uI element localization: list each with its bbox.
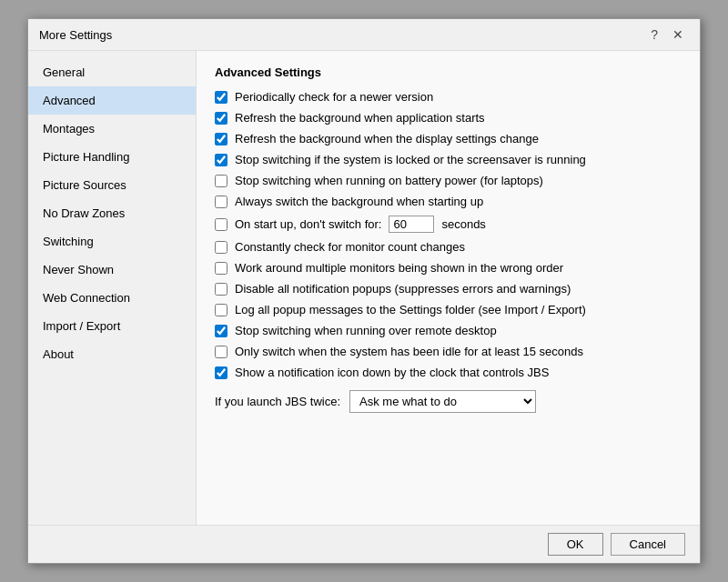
launch-row: If you launch JBS twice: Ask me what to … (215, 390, 682, 413)
checkbox-row-9: Work around multiple monitors being show… (215, 261, 682, 275)
checkbox-wrong-order-label[interactable]: Work around multiple monitors being show… (235, 261, 563, 275)
sidebar-item-advanced[interactable]: Advanced (28, 86, 196, 115)
checkbox-wrong-order[interactable] (215, 262, 228, 275)
sidebar-item-no-draw-zones[interactable]: No Draw Zones (28, 199, 196, 227)
checkbox-row-5: Stop switching when running on battery p… (215, 174, 682, 187)
checkbox-row-13: Only switch when the system has been idl… (215, 345, 682, 358)
checkbox-row-11: Log all popup messages to the Settings f… (215, 303, 682, 316)
checkbox-stop-locked-label[interactable]: Stop switching if the system is locked o… (235, 153, 586, 166)
sidebar-item-import-export[interactable]: Import / Export (28, 312, 196, 340)
sidebar-item-about[interactable]: About (28, 340, 196, 368)
checkbox-row-10: Disable all notification popups (suppres… (215, 282, 682, 296)
checkbox-row-4: Stop switching if the system is locked o… (215, 153, 682, 166)
sidebar-item-picture-sources[interactable]: Picture Sources (28, 171, 196, 199)
checkbox-row-6: Always switch the background when starti… (215, 195, 682, 208)
footer: OK Cancel (28, 525, 700, 563)
checkbox-always-switch-label[interactable]: Always switch the background when starti… (235, 195, 483, 208)
checkbox-battery[interactable] (215, 175, 228, 187)
checkbox-row-14: Show a notification icon down by the clo… (215, 366, 682, 379)
title-bar-controls: ? ✕ (645, 26, 689, 43)
section-title: Advanced Settings (215, 65, 682, 79)
cancel-button[interactable]: Cancel (611, 533, 685, 556)
checkbox-refresh-start-label[interactable]: Refresh the background when application … (235, 111, 485, 125)
checkbox-newer-version[interactable] (215, 91, 228, 104)
close-button[interactable]: ✕ (667, 26, 689, 43)
checkbox-row-12: Stop switching when running over remote … (215, 324, 682, 337)
main-panel: Advanced Settings Periodically check for… (197, 51, 700, 525)
checkbox-battery-label[interactable]: Stop switching when running on battery p… (235, 174, 543, 187)
sidebar: General Advanced Montages Picture Handli… (28, 51, 197, 525)
ok-button[interactable]: OK (548, 533, 603, 556)
checkbox-refresh-display[interactable] (215, 133, 228, 146)
checkbox-idle-label[interactable]: Only switch when the system has been idl… (235, 345, 583, 358)
sidebar-item-never-shown[interactable]: Never Shown (28, 256, 196, 284)
checkbox-startup-delay-label[interactable]: On start up, don't switch for: (235, 217, 381, 231)
dialog-content: General Advanced Montages Picture Handli… (28, 51, 700, 525)
checkbox-refresh-start[interactable] (215, 112, 228, 125)
checkbox-notification-icon-label[interactable]: Show a notification icon down by the clo… (235, 366, 549, 379)
seconds-input[interactable] (389, 216, 434, 233)
checkbox-remote-desktop[interactable] (215, 325, 228, 337)
checkbox-log-popups-label[interactable]: Log all popup messages to the Settings f… (235, 303, 586, 316)
checkbox-row-1: Periodically check for a newer version (215, 90, 682, 104)
checkbox-row-3: Refresh the background when the display … (215, 132, 682, 146)
sidebar-item-picture-handling[interactable]: Picture Handling (28, 143, 196, 171)
title-bar: More Settings ? ✕ (28, 19, 700, 51)
sidebar-item-montages[interactable]: Montages (28, 115, 196, 143)
checkbox-stop-locked[interactable] (215, 154, 228, 166)
checkbox-monitor-count-label[interactable]: Constantly check for monitor count chang… (235, 240, 465, 254)
launch-label: If you launch JBS twice: (215, 395, 340, 408)
seconds-label: seconds (441, 217, 485, 231)
checkbox-startup-delay[interactable] (215, 218, 228, 231)
checkbox-always-switch[interactable] (215, 196, 228, 208)
startup-row: On start up, don't switch for: seconds (215, 216, 682, 233)
checkbox-log-popups[interactable] (215, 304, 228, 316)
dialog-title: More Settings (39, 28, 112, 42)
checkbox-refresh-display-label[interactable]: Refresh the background when the display … (235, 132, 539, 146)
checkbox-disable-popups-label[interactable]: Disable all notification popups (suppres… (235, 282, 571, 296)
checkbox-newer-version-label[interactable]: Periodically check for a newer version (235, 90, 433, 104)
sidebar-item-general[interactable]: General (28, 58, 196, 86)
checkbox-row-2: Refresh the background when application … (215, 111, 682, 125)
checkbox-disable-popups[interactable] (215, 283, 228, 296)
dialog: More Settings ? ✕ General Advanced Monta… (27, 18, 701, 564)
sidebar-item-web-connection[interactable]: Web Connection (28, 284, 196, 312)
checkbox-notification-icon[interactable] (215, 366, 228, 379)
checkbox-idle[interactable] (215, 346, 228, 358)
sidebar-item-switching[interactable]: Switching (28, 227, 196, 256)
checkbox-remote-desktop-label[interactable]: Stop switching when running over remote … (235, 324, 497, 337)
help-button[interactable]: ? (645, 26, 663, 43)
launch-select[interactable]: Ask me what to do Switch to existing ins… (349, 390, 536, 413)
checkbox-monitor-count[interactable] (215, 241, 228, 254)
checkbox-row-8: Constantly check for monitor count chang… (215, 240, 682, 254)
